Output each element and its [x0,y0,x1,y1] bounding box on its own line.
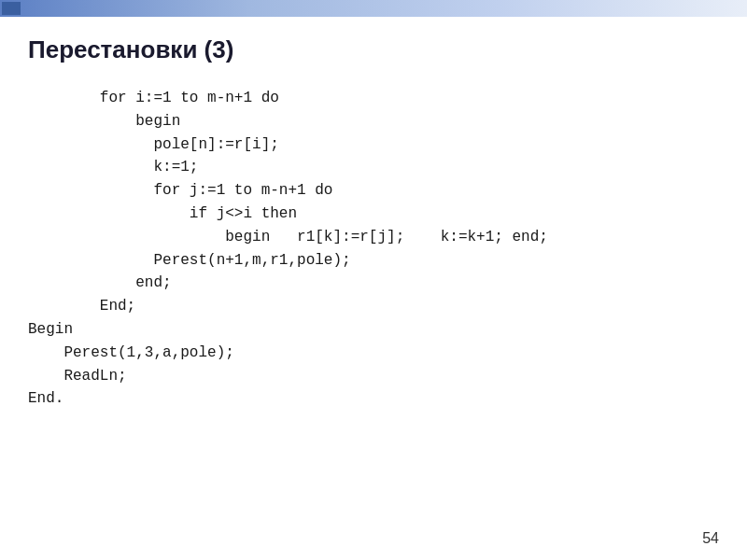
top-bar-accent [2,2,21,15]
main-content: Перестановки (3) for i:=1 to m-n+1 do be… [0,17,747,560]
top-bar [0,0,747,17]
code-block: for i:=1 to m-n+1 do begin pole[n]:=r[i]… [28,87,719,411]
page-title: Перестановки (3) [28,35,719,64]
page-number: 54 [702,530,719,547]
